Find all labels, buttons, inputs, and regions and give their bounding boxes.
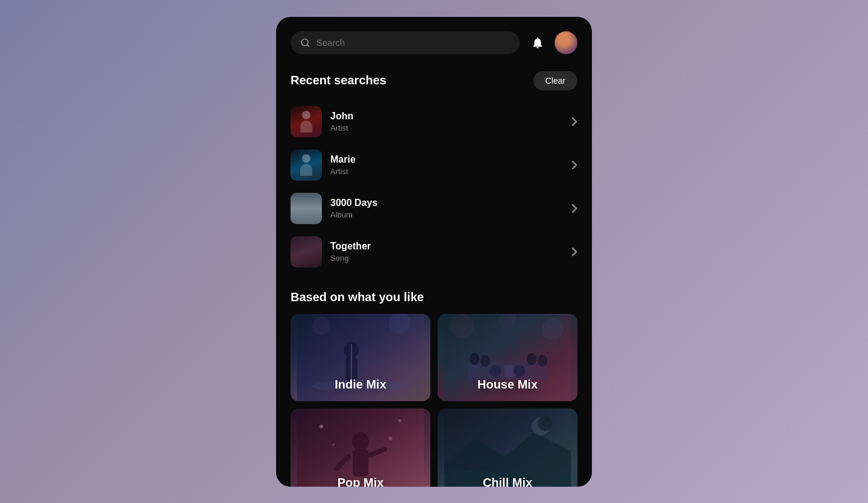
person-silhouette-marie: [298, 154, 314, 176]
header-icons: [527, 31, 577, 54]
result-type-john: Artist: [330, 123, 567, 133]
person-silhouette: [298, 111, 314, 133]
notification-bell-icon[interactable]: [527, 32, 549, 54]
house-mix-card[interactable]: House Mix: [438, 314, 577, 401]
user-avatar[interactable]: [555, 31, 577, 54]
chill-mix-overlay: [438, 408, 577, 487]
result-name-3000days: 3000 Days: [330, 198, 567, 208]
chevron-right-icon: [571, 117, 577, 127]
recent-search-john[interactable]: John Artist: [291, 100, 577, 143]
result-info-john: John Artist: [330, 111, 567, 133]
house-mix-label: House Mix: [477, 378, 538, 392]
indie-mix-label: Indie Mix: [335, 378, 386, 392]
chill-mix-label: Chill Mix: [483, 476, 532, 487]
mix-grid: Indie Mix: [291, 314, 577, 487]
recent-searches-header: Recent searches Clear: [291, 71, 577, 90]
search-bar[interactable]: [291, 31, 520, 54]
result-info-together: Together Song: [330, 241, 567, 263]
thumbnail-3000days-image: [291, 193, 322, 224]
thumbnail-3000days: [291, 193, 322, 224]
search-icon: [300, 37, 310, 48]
avatar-image: [555, 31, 577, 54]
thumbnail-john: [291, 106, 322, 137]
app-container: Recent searches Clear John Artist: [276, 17, 592, 487]
chevron-right-icon-marie: [571, 160, 577, 170]
chevron-right-icon-3000days: [571, 204, 577, 213]
recent-search-3000days[interactable]: 3000 Days Album: [291, 187, 577, 230]
result-info-3000days: 3000 Days Album: [330, 198, 567, 219]
result-name-together: Together: [330, 241, 567, 252]
recent-searches-title: Recent searches: [291, 73, 386, 87]
thumbnail-marie: [291, 149, 322, 181]
result-type-marie: Artist: [330, 167, 567, 176]
recommendations-title: Based on what you like: [291, 290, 577, 304]
recent-searches-list: John Artist Marie Artist: [291, 100, 577, 273]
result-name-john: John: [330, 111, 567, 122]
pop-mix-label: Pop Mix: [338, 476, 384, 487]
thumbnail-john-image: [291, 106, 322, 137]
recent-search-marie[interactable]: Marie Artist: [291, 143, 577, 187]
result-type-together: Song: [330, 254, 567, 263]
pop-mix-card[interactable]: Pop Mix: [291, 408, 430, 487]
thumbnail-together: [291, 236, 322, 267]
chevron-right-icon-together: [571, 247, 577, 257]
search-input[interactable]: [316, 37, 510, 48]
pop-mix-overlay: [291, 408, 430, 487]
result-type-3000days: Album: [330, 210, 567, 219]
svg-line-1: [307, 45, 309, 46]
result-info-marie: Marie Artist: [330, 154, 567, 176]
clear-button[interactable]: Clear: [533, 71, 577, 90]
thumbnail-together-image: [291, 236, 322, 267]
indie-mix-card[interactable]: Indie Mix: [291, 314, 430, 401]
thumbnail-marie-image: [291, 149, 322, 181]
result-name-marie: Marie: [330, 154, 567, 165]
header: [291, 31, 577, 54]
recent-search-together[interactable]: Together Song: [291, 230, 577, 273]
chill-mix-card[interactable]: Chill Mix: [438, 408, 577, 487]
